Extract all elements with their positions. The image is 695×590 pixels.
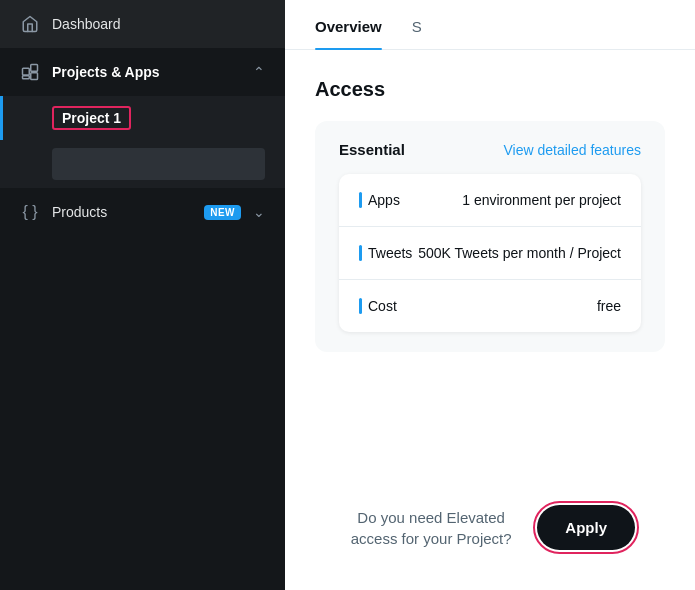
tweets-label: Tweets: [368, 245, 412, 261]
main-content: Overview S Access Essential View detaile…: [285, 0, 695, 590]
bottom-cta: Do you need Elevated access for your Pro…: [315, 477, 665, 570]
tweets-accent-bar: [359, 245, 362, 261]
active-bar: [0, 96, 3, 140]
table-row: Tweets 500K Tweets per month / Project: [339, 227, 641, 280]
cost-accent-bar: [359, 298, 362, 314]
projects-apps-label: Projects & Apps: [52, 64, 241, 80]
access-title: Access: [315, 78, 665, 101]
svg-rect-2: [31, 73, 38, 80]
svg-rect-1: [31, 65, 38, 72]
projects-apps-header[interactable]: Projects & Apps ⌃: [0, 48, 285, 96]
sidebar-item-products[interactable]: { } Products NEW ⌄: [0, 188, 285, 236]
svg-rect-0: [23, 68, 30, 75]
svg-rect-3: [23, 76, 30, 79]
table-row: Apps 1 environment per project: [339, 174, 641, 227]
projects-icon: [20, 62, 40, 82]
project-dropdown-inner: [52, 148, 265, 180]
cost-label-wrap: Cost: [359, 298, 397, 314]
home-icon: [20, 14, 40, 34]
apps-label: Apps: [368, 192, 400, 208]
chevron-up-icon: ⌃: [253, 64, 265, 80]
chevron-down-icon: ⌄: [253, 204, 265, 220]
apply-button[interactable]: Apply: [537, 505, 635, 550]
project1-label: Project 1: [52, 106, 131, 130]
project-dropdown: [0, 140, 285, 188]
products-label: Products: [52, 204, 192, 220]
projects-apps-section: Projects & Apps ⌃ Project 1: [0, 48, 285, 188]
tabs-bar: Overview S: [285, 0, 695, 50]
essential-label: Essential: [339, 141, 405, 158]
sidebar-item-dashboard[interactable]: Dashboard: [0, 0, 285, 48]
features-card: Apps 1 environment per project Tweets 50…: [339, 174, 641, 332]
project1-item[interactable]: Project 1: [0, 96, 285, 140]
table-row: Cost free: [339, 280, 641, 332]
curly-brace-icon: { }: [20, 202, 40, 222]
access-card: Essential View detailed features Apps 1 …: [315, 121, 665, 352]
apps-accent-bar: [359, 192, 362, 208]
tab-overview[interactable]: Overview: [315, 4, 382, 49]
cta-text: Do you need Elevated access for your Pro…: [345, 507, 517, 549]
tweets-value: 500K Tweets per month / Project: [418, 245, 621, 261]
tweets-label-wrap: Tweets: [359, 245, 412, 261]
apps-label-wrap: Apps: [359, 192, 400, 208]
access-card-header: Essential View detailed features: [339, 141, 641, 158]
cost-label: Cost: [368, 298, 397, 314]
apps-value: 1 environment per project: [462, 192, 621, 208]
cost-value: free: [597, 298, 621, 314]
access-section: Access Essential View detailed features …: [285, 50, 695, 590]
tab-secondary[interactable]: S: [412, 4, 422, 49]
new-badge: NEW: [204, 205, 241, 220]
dashboard-label: Dashboard: [52, 16, 265, 32]
view-features-link[interactable]: View detailed features: [504, 142, 642, 158]
sidebar: Dashboard Projects & Apps ⌃ Project 1: [0, 0, 285, 590]
